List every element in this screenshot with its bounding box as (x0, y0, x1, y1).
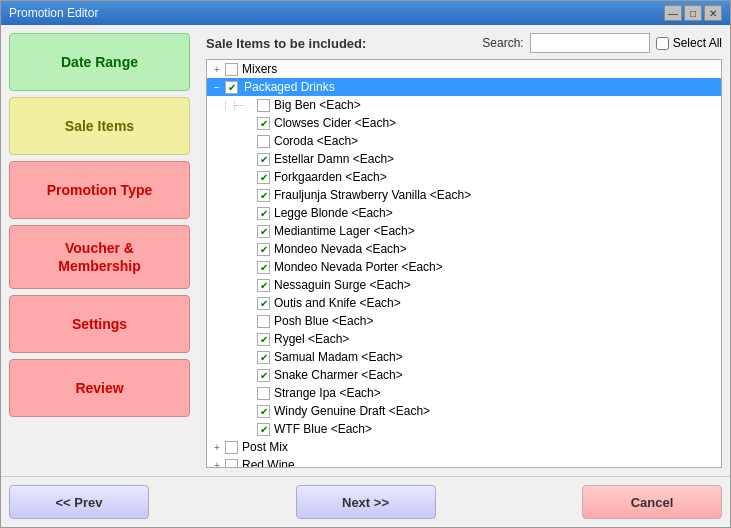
expander-post-mix[interactable]: + (209, 439, 225, 455)
expander-packaged-drinks[interactable]: − (209, 79, 225, 95)
checkbox-wtf[interactable]: ✔ (257, 423, 270, 436)
label-strange: Strange Ipa <Each> (274, 386, 381, 400)
checkbox-mixers[interactable] (225, 63, 238, 76)
sidebar-item-review[interactable]: Review (9, 359, 190, 417)
tree-item-forkgaarden[interactable]: ✔ Forkgaarden <Each> (207, 168, 721, 186)
tree-container[interactable]: + Mixers − ✔ Packaged Drinks (206, 59, 722, 468)
tree-item-snake[interactable]: ✔ Snake Charmer <Each> (207, 366, 721, 384)
expander-red-wine[interactable]: + (209, 457, 225, 468)
search-label: Search: (482, 36, 523, 50)
label-mondeo: Mondeo Nevada <Each> (274, 242, 407, 256)
tree-item-rygel[interactable]: ✔ Rygel <Each> (207, 330, 721, 348)
checkbox-strange[interactable] (257, 387, 270, 400)
tree-item-strange[interactable]: Strange Ipa <Each> (207, 384, 721, 402)
content-area: Date Range Sale Items Promotion Type Vou… (1, 25, 730, 476)
label-big-ben: Big Ben <Each> (274, 98, 361, 112)
label-wtf: WTF Blue <Each> (274, 422, 372, 436)
select-all-area: Select All (656, 36, 722, 50)
checkbox-mondeo[interactable]: ✔ (257, 243, 270, 256)
sidebar: Date Range Sale Items Promotion Type Vou… (1, 25, 198, 476)
checkbox-nessaguin[interactable]: ✔ (257, 279, 270, 292)
tree-item-posh[interactable]: Posh Blue <Each> (207, 312, 721, 330)
maximize-button[interactable]: □ (684, 5, 702, 21)
tree-item-nessaguin[interactable]: ✔ Nessaguin Surge <Each> (207, 276, 721, 294)
checkbox-windy[interactable]: ✔ (257, 405, 270, 418)
tree-item-outis[interactable]: ✔ Outis and Knife <Each> (207, 294, 721, 312)
tree-item-wtf[interactable]: ✔ WTF Blue <Each> (207, 420, 721, 438)
tree-item-windy[interactable]: ✔ Windy Genuine Draft <Each> (207, 402, 721, 420)
checkbox-snake[interactable]: ✔ (257, 369, 270, 382)
tree-item-legge[interactable]: ✔ Legge Blonde <Each> (207, 204, 721, 222)
window-title: Promotion Editor (9, 6, 98, 20)
checkbox-mondeo-porter[interactable]: ✔ (257, 261, 270, 274)
tree-item-frauljunja[interactable]: ✔ Frauljunja Strawberry Vanilla <Each> (207, 186, 721, 204)
checkbox-frauljunja[interactable]: ✔ (257, 189, 270, 202)
bottom-bar: << Prev Next >> Cancel (1, 476, 730, 527)
close-button[interactable]: ✕ (704, 5, 722, 21)
checkbox-packaged-drinks[interactable]: ✔ (225, 81, 238, 94)
expander-mixers[interactable]: + (209, 61, 225, 77)
label-nessaguin: Nessaguin Surge <Each> (274, 278, 411, 292)
checkbox-coroda[interactable] (257, 135, 270, 148)
checkbox-outis[interactable]: ✔ (257, 297, 270, 310)
sidebar-item-sale-items[interactable]: Sale Items (9, 97, 190, 155)
label-posh: Posh Blue <Each> (274, 314, 373, 328)
panel-title: Sale Items to be included: (206, 36, 366, 51)
label-rygel: Rygel <Each> (274, 332, 349, 346)
label-snake: Snake Charmer <Each> (274, 368, 403, 382)
label-outis: Outis and Knife <Each> (274, 296, 401, 310)
title-bar: Promotion Editor — □ ✕ (1, 1, 730, 25)
label-mediantime: Mediantime Lager <Each> (274, 224, 415, 238)
tree-item-estellar[interactable]: ✔ Estellar Damn <Each> (207, 150, 721, 168)
checkbox-mediantime[interactable]: ✔ (257, 225, 270, 238)
label-frauljunja: Frauljunja Strawberry Vanilla <Each> (274, 188, 471, 202)
tree-item-packaged-drinks[interactable]: − ✔ Packaged Drinks (207, 78, 721, 96)
sidebar-item-promotion-type[interactable]: Promotion Type (9, 161, 190, 219)
checkbox-post-mix[interactable] (225, 441, 238, 454)
tree-item-coroda[interactable]: Coroda <Each> (207, 132, 721, 150)
checkbox-posh[interactable] (257, 315, 270, 328)
label-packaged-drinks: Packaged Drinks (242, 80, 337, 94)
tree-item-clowses-cider[interactable]: ✔ Clowses Cider <Each> (207, 114, 721, 132)
promotion-editor-window: Promotion Editor — □ ✕ Date Range Sale I… (0, 0, 731, 528)
label-mixers: Mixers (242, 62, 277, 76)
minimize-button[interactable]: — (664, 5, 682, 21)
tree-item-mixers[interactable]: + Mixers (207, 60, 721, 78)
checkbox-samual[interactable]: ✔ (257, 351, 270, 364)
label-estellar: Estellar Damn <Each> (274, 152, 394, 166)
checkbox-rygel[interactable]: ✔ (257, 333, 270, 346)
cancel-button[interactable]: Cancel (582, 485, 722, 519)
sidebar-item-date-range[interactable]: Date Range (9, 33, 190, 91)
tree-item-red-wine[interactable]: + Red Wine (207, 456, 721, 468)
checkbox-forkgaarden[interactable]: ✔ (257, 171, 270, 184)
label-samual: Samual Madam <Each> (274, 350, 403, 364)
main-panel: Sale Items to be included: Search: Selec… (198, 25, 730, 476)
tree-item-mediantime[interactable]: ✔ Mediantime Lager <Each> (207, 222, 721, 240)
label-post-mix: Post Mix (242, 440, 288, 454)
tree-item-post-mix[interactable]: + Post Mix (207, 438, 721, 456)
checkbox-clowses[interactable]: ✔ (257, 117, 270, 130)
checkbox-red-wine[interactable] (225, 459, 238, 469)
label-windy: Windy Genuine Draft <Each> (274, 404, 430, 418)
label-red-wine: Red Wine (242, 458, 295, 468)
label-legge: Legge Blonde <Each> (274, 206, 393, 220)
tree-item-mondeo-porter[interactable]: ✔ Mondeo Nevada Porter <Each> (207, 258, 721, 276)
checkbox-estellar[interactable]: ✔ (257, 153, 270, 166)
next-button[interactable]: Next >> (296, 485, 436, 519)
prev-button[interactable]: << Prev (9, 485, 149, 519)
label-clowses: Clowses Cider <Each> (274, 116, 396, 130)
checkbox-legge[interactable]: ✔ (257, 207, 270, 220)
label-mondeo-porter: Mondeo Nevada Porter <Each> (274, 260, 443, 274)
window-controls: — □ ✕ (664, 5, 722, 21)
tree-item-samual[interactable]: ✔ Samual Madam <Each> (207, 348, 721, 366)
checkbox-big-ben[interactable] (257, 99, 270, 112)
tree-item-big-ben[interactable]: Big Ben <Each> (207, 96, 721, 114)
sidebar-item-voucher[interactable]: Voucher &Membership (9, 225, 190, 289)
label-forkgaarden: Forkgaarden <Each> (274, 170, 387, 184)
tree-item-mondeo-nevada[interactable]: ✔ Mondeo Nevada <Each> (207, 240, 721, 258)
search-input[interactable] (530, 33, 650, 53)
label-coroda: Coroda <Each> (274, 134, 358, 148)
select-all-checkbox[interactable] (656, 37, 669, 50)
sidebar-item-settings[interactable]: Settings (9, 295, 190, 353)
panel-header: Sale Items to be included: Search: Selec… (206, 33, 722, 53)
